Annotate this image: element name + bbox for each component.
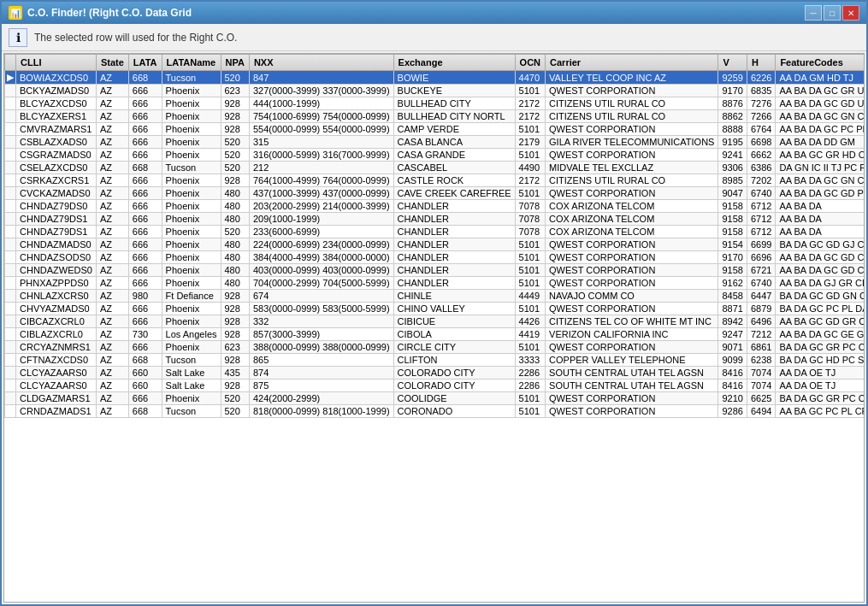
col-header-npa[interactable]: NPA [221,55,249,71]
table-row[interactable]: CLCYAZAARS0AZ660Salt Lake435874COLORADO … [5,367,865,379]
cell-col-nxx: 316(0000-5999) 316(7000-9999) [249,149,393,162]
cell-col-state: AZ [96,85,128,97]
cell-col-npa: 623 [221,85,249,97]
col-header-ocn[interactable]: OCN [515,55,545,71]
cell-col-h: 6447 [747,290,775,303]
grid-table: CLLI State LATA LATAName NPA NXX Exchang… [4,54,865,418]
table-row[interactable]: CRCYAZNMRS1AZ666Phoenix623388(0000-0999)… [5,341,865,354]
cell-col-exchange: BULLHEAD CITY NORTL [393,110,515,123]
table-row[interactable]: CHNDAZ79DS1AZ666Phoenix520233(6000-6999)… [5,226,865,238]
cell-col-ocn: 5101 [515,123,545,136]
cell-col-featurecodes: AA BA GC GR HD CR PL WME [776,149,865,162]
cell-col-exchange: COLORADO CITY [393,367,515,379]
cell-col-lataname: Tucson [162,354,221,367]
cell-row-indicator [5,238,16,251]
table-row[interactable]: CHNDAZMADS0AZ666Phoenix480224(0000-6999)… [5,238,865,251]
table-row[interactable]: ▶BOWIAZXCDS0AZ668Tucson520847BOWIE4470VA… [5,71,865,85]
cell-col-npa: 928 [221,174,249,187]
cell-col-h: 6721 [747,264,775,277]
table-row[interactable]: CHNDAZSODS0AZ666Phoenix480384(4000-4999)… [5,251,865,264]
cell-col-lataname: Tucson [162,405,221,418]
cell-col-npa: 520 [221,405,249,418]
table-row[interactable]: CHNDAZWEDS0AZ666Phoenix480403(0000-0999)… [5,264,865,277]
cell-col-lata: 666 [128,123,162,136]
cell-col-exchange: COLORADO CITY [393,379,515,392]
cell-col-clli: BLCYAZXCDS0 [16,97,97,110]
cell-col-h: 6712 [747,226,775,238]
cell-col-clli: CVCKAZMADS0 [16,187,97,200]
col-header-lataname[interactable]: LATAName [162,55,221,71]
cell-col-h: 7266 [747,110,775,123]
col-header-carrier[interactable]: Carrier [546,55,718,71]
cell-col-v: 8942 [718,315,747,328]
cell-col-nxx: 444(1000-1999) [249,97,393,110]
table-row[interactable]: CFTNAZXCDS0AZ668Tucson928865CLIFTON3333C… [5,354,865,367]
table-row[interactable]: CSGRAZMADS0AZ666Phoenix520316(0000-5999)… [5,149,865,162]
cell-col-nxx: 818(0000-0999) 818(1000-1999) [249,405,393,418]
cell-col-lata: 666 [128,251,162,264]
cell-col-lataname: Phoenix [162,200,221,213]
cell-col-clli: CSGRAZMADS0 [16,149,97,162]
cell-col-carrier: VERIZON CALIFORNIA INC [546,328,718,341]
table-row[interactable]: BLCYAZXCDS0AZ666Phoenix928444(1000-1999)… [5,97,865,110]
cell-col-v: 9158 [718,264,747,277]
table-row[interactable]: CHVYAZMADS0AZ666Phoenix928583(0000-0999)… [5,303,865,315]
cell-col-clli: CHNDAZ79DS1 [16,226,97,238]
table-row[interactable]: CMVRAZMARS1AZ666Phoenix928554(0000-0999)… [5,123,865,136]
col-header-exchange[interactable]: Exchange [393,55,515,71]
minimize-button[interactable]: ─ [805,5,822,21]
cell-col-exchange: CAMP VERDE [393,123,515,136]
table-row[interactable]: CLCYAZAARS0AZ660Salt Lake928875COLORADO … [5,379,865,392]
table-row[interactable]: CLDGAZMARS1AZ666Phoenix520424(2000-2999)… [5,392,865,405]
table-row[interactable]: CRNDAZMADS1AZ668Tucson520818(0000-0999) … [5,405,865,418]
table-row[interactable]: CHNDAZ79DS1AZ666Phoenix480209(1000-1999)… [5,213,865,226]
content-area: CLLI State LATA LATAName NPA NXX Exchang… [2,51,866,604]
cell-col-ocn: 5101 [515,303,545,315]
col-header-nxx[interactable]: NXX [249,55,393,71]
title-bar-left: 📊 C.O. Finder! (Right C.O. Data Grid [9,6,192,20]
cell-col-lataname: Phoenix [162,315,221,328]
cell-col-h: 6238 [747,354,775,367]
cell-col-nxx: 315 [249,136,393,149]
table-row[interactable]: CSELAZXCDS0AZ668Tucson520212CASCABEL4490… [5,162,865,174]
cell-col-featurecodes: AA DA OE TJ [776,367,865,379]
cell-col-lataname: Phoenix [162,187,221,200]
cell-col-clli: CRCYAZNMRS1 [16,341,97,354]
close-button[interactable]: ✕ [842,5,859,21]
col-header-lata[interactable]: LATA [128,55,162,71]
app-icon: 📊 [9,6,22,20]
table-row[interactable]: CVCKAZMADS0AZ666Phoenix480437(1000-3999)… [5,187,865,200]
maximize-button[interactable]: □ [824,5,841,21]
cell-col-carrier: COX ARIZONA TELCOM [546,226,718,238]
col-header-featurecodes[interactable]: FeatureCodes [776,55,865,71]
table-row[interactable]: PHNXAZPPDS0AZ666Phoenix480704(0000-2999)… [5,277,865,290]
cell-col-ocn: 7078 [515,226,545,238]
cell-col-npa: 928 [221,290,249,303]
cell-col-nxx: 554(0000-0999) 554(0000-0999) [249,123,393,136]
table-row[interactable]: CIBCAZXCRL0AZ666Phoenix928332CIBICUE4426… [5,315,865,328]
col-header-clli[interactable]: CLLI [16,55,97,71]
cell-col-exchange: CORONADO [393,405,515,418]
cell-col-ocn: 5101 [515,187,545,200]
cell-col-carrier: QWEST CORPORATION [546,251,718,264]
table-row[interactable]: CSBLAZXADS0AZ666Phoenix520315CASA BLANCA… [5,136,865,149]
cell-col-featurecodes: DA GN IC II TJ PC PL WE [776,162,865,174]
table-row[interactable]: BCKYAZMADS0AZ666Phoenix623327(0000-3999)… [5,85,865,97]
cell-col-lataname: Phoenix [162,174,221,187]
data-grid[interactable]: CLLI State LATA LATAName NPA NXX Exchang… [3,53,865,603]
table-row[interactable]: CSRKAZXCRS1AZ666Phoenix928764(1000-4999)… [5,174,865,187]
cell-col-carrier: QWEST CORPORATION [546,392,718,405]
cell-col-lataname: Tucson [162,162,221,174]
table-row[interactable]: CIBLAZXCRL0AZ730Los Angeles928857(3000-3… [5,328,865,341]
table-row[interactable]: BLCYAZXERS1AZ666Phoenix928754(1000-6999)… [5,110,865,123]
cell-col-exchange: CHANDLER [393,226,515,238]
cell-col-npa: 480 [221,277,249,290]
col-header-h[interactable]: H [747,55,775,71]
table-row[interactable]: CHNDAZ79DS0AZ666Phoenix480203(2000-2999)… [5,200,865,213]
table-row[interactable]: CHNLAZXCRS0AZ980Ft Defiance928674CHINLE4… [5,290,865,303]
col-header-indicator[interactable] [5,55,16,71]
cell-col-lataname: Phoenix [162,277,221,290]
col-header-v[interactable]: V [718,55,747,71]
cell-col-state: AZ [96,97,128,110]
col-header-state[interactable]: State [96,55,128,71]
